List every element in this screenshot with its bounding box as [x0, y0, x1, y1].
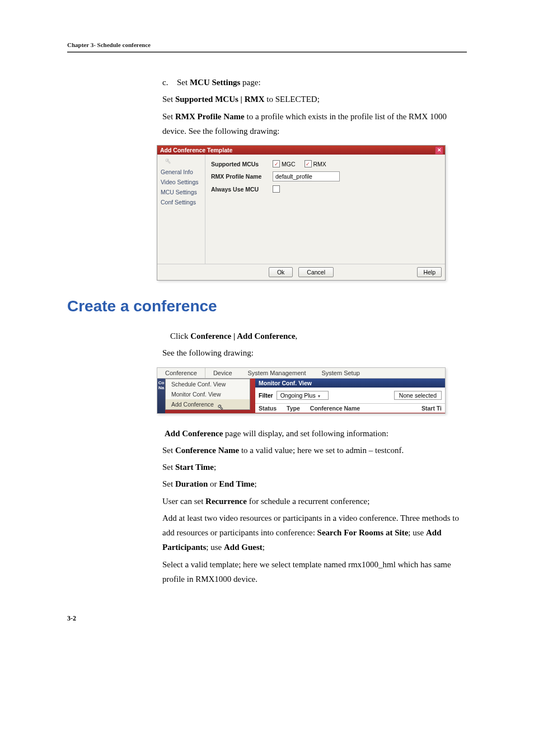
nav-mcu-settings[interactable]: MCU Settings [157, 187, 205, 197]
strip-co: Co [158, 380, 165, 385]
line-click-add-conference: Click Conference | Add Conference, [170, 329, 467, 343]
add-conference-template-dialog: Add Conference Template ✕ ↖ General Info… [157, 145, 446, 281]
text-bold: Conference | Add Conference [190, 332, 295, 340]
text: Set [162, 112, 175, 121]
close-icon[interactable]: ✕ [435, 146, 443, 155]
left-strip: Co Na [157, 379, 165, 413]
chapter-header: Chapter 3- Schedule conference [67, 41, 467, 48]
cursor-icon: ↖ [218, 403, 223, 411]
text: ; use [408, 528, 426, 537]
menu-item-schedule-conf-view[interactable]: Schedule Conf. View [166, 379, 250, 389]
text-bold: Start Time [175, 463, 214, 472]
text: , [296, 332, 298, 340]
text-bold: RMX Profile Name [175, 112, 245, 121]
col-conference-name: Conference Name [310, 405, 360, 412]
line-start-time: Set Start Time; [162, 460, 467, 474]
header-rule [67, 52, 467, 53]
cursor-icon: ↖ [157, 157, 205, 167]
none-selected-box[interactable]: None selected [394, 391, 442, 400]
text: to SELECTED; [264, 95, 319, 104]
line-recurrence: User can set Recurrence for schedule a r… [162, 494, 467, 508]
nav-video-settings[interactable]: Video Settings [157, 177, 205, 187]
section-heading-create-conference: Create a conference [67, 297, 467, 315]
text-bold: Recurrence [205, 497, 247, 506]
menu-conference[interactable]: Conference [157, 368, 205, 378]
text: Set [162, 95, 175, 104]
text-bold: MCU Settings [190, 78, 240, 87]
menu-item-add-conference[interactable]: Add Conference [166, 399, 250, 409]
text: or [208, 479, 219, 488]
line-select-template: Select a valid template; here we select … [162, 557, 467, 587]
text: Click [170, 332, 190, 340]
line-add-resources: Add at least two video resources or part… [162, 511, 467, 555]
filter-select[interactable]: Ongoing Plus [277, 391, 329, 400]
conference-dropdown: Schedule Conf. View Monitor Conf. View A… [165, 379, 250, 410]
check-mgc-label: MGC [282, 161, 296, 167]
line-rmx-profile: Set RMX Profile Name to a profile which … [162, 109, 467, 139]
nav-general-info[interactable]: General Info [157, 167, 205, 177]
strip-na: Na [158, 385, 164, 390]
filter-label: Filter [259, 392, 273, 399]
checkbox-icon[interactable]: ✓ [305, 160, 312, 167]
table-header: Status Type Conference Name Start Ti [255, 404, 445, 413]
line-duration-end-time: Set Duration or End Time; [162, 477, 467, 491]
col-status: Status [259, 405, 277, 412]
rmx-profile-input[interactable] [273, 171, 340, 181]
text: ; use [206, 543, 224, 552]
text-bold: Conference Name [175, 446, 239, 455]
cancel-button[interactable]: Cancel [298, 267, 334, 277]
col-start-time: Start Ti [421, 405, 442, 412]
menubar: Conference Device System Management Syst… [157, 368, 445, 379]
list-letter-c: c. [162, 75, 177, 90]
line-supported-mcus: Set Supported MCUs | RMX to SELECTED; [162, 92, 467, 106]
text-bold: End Time [219, 479, 254, 488]
checkbox-always-use-mcu[interactable] [273, 185, 280, 193]
dialog-title: Add Conference Template [160, 147, 232, 153]
menu-device[interactable]: Device [205, 368, 240, 378]
line-conference-name: Set Conference Name to a valid value; he… [162, 443, 467, 458]
text-bold: Add Conference [165, 429, 223, 438]
label-rmx-profile-name: RMX Profile Name [211, 173, 273, 180]
text-bold: Add Guest [224, 543, 263, 552]
dialog-nav: ↖ General Info Video Settings MCU Settin… [157, 155, 205, 264]
checkbox-icon[interactable]: ✓ [273, 160, 280, 167]
text: Set [162, 479, 175, 488]
menu-item-monitor-conf-view[interactable]: Monitor Conf. View [166, 389, 250, 399]
text: ; [255, 479, 257, 488]
nav-conf-settings[interactable]: Conf Settings [157, 197, 205, 207]
ok-button[interactable]: Ok [269, 267, 293, 277]
conference-menu-screenshot: Conference Device System Management Syst… [157, 367, 446, 414]
menu-system-management[interactable]: System Management [240, 368, 314, 378]
text: page will display, and set following inf… [223, 429, 388, 438]
check-rmx[interactable]: ✓ RMX [305, 160, 326, 167]
line-see-following: See the following drawing: [162, 346, 467, 360]
help-button[interactable]: Help [417, 267, 442, 277]
text: ; [214, 463, 216, 472]
text: to a valid value; here we set to admin –… [239, 446, 404, 455]
text: Set [177, 78, 190, 87]
text-bold: Search For Rooms at Site [317, 528, 409, 537]
label-supported-mcus: Supported MCUs [211, 161, 273, 167]
check-rmx-label: RMX [313, 161, 326, 167]
text: ; [263, 543, 265, 552]
list-c-text: Set MCU Settings page: [177, 75, 467, 90]
text: Set [162, 446, 175, 455]
menu-system-setup[interactable]: System Setup [313, 368, 367, 378]
text: page: [240, 78, 260, 87]
col-type: Type [287, 405, 300, 412]
check-mgc[interactable]: ✓ MGC [273, 160, 296, 167]
monitor-conf-view-bar: Monitor Conf. View [255, 379, 445, 388]
dialog-form: Supported MCUs ✓ MGC ✓ RMX RMX Profile N… [205, 155, 445, 264]
dialog-titlebar[interactable]: Add Conference Template ✕ [157, 146, 445, 155]
text-bold: Supported MCUs | RMX [175, 95, 265, 104]
text: User can set [162, 497, 205, 506]
label-always-use-mcu: Always Use MCU [211, 186, 273, 193]
line-add-conf-page: Add Conference page will display, and se… [165, 426, 467, 441]
text-bold: Duration [175, 479, 208, 488]
page-number: 3-2 [67, 614, 467, 623]
text: for schedule a recurrent conference; [247, 497, 369, 506]
text: Set [162, 463, 175, 472]
